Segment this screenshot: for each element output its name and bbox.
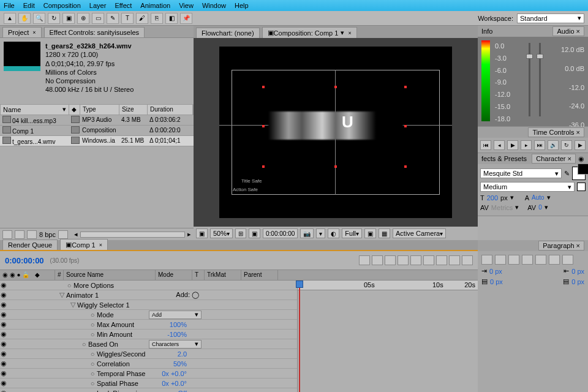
property-value[interactable]: 0x +0.0°	[162, 380, 187, 387]
folder-icon[interactable]	[15, 230, 24, 239]
tl-icon-3[interactable]	[385, 255, 396, 265]
play-button[interactable]: ▶	[507, 140, 518, 150]
ram-preview-button[interactable]: ▶	[575, 140, 586, 150]
tab-project[interactable]: Project×	[2, 27, 42, 37]
menu-view[interactable]: View	[179, 2, 194, 9]
project-scrollbar[interactable]	[80, 232, 185, 238]
col-size[interactable]: Size	[119, 105, 148, 115]
rotate-tool[interactable]: ↻	[48, 13, 60, 24]
tab-character[interactable]: Character ×	[532, 154, 576, 164]
project-row[interactable]: Comp 1CompositionΔ 0:00:20:0	[0, 126, 194, 136]
menu-layer[interactable]: Layer	[89, 2, 107, 9]
tab-time-controls[interactable]: Time Controls ×	[528, 127, 584, 137]
align-left-button[interactable]	[481, 255, 492, 265]
justify-center-button[interactable]	[535, 255, 546, 265]
color-icon[interactable]: ◐	[328, 228, 339, 238]
align-right-button[interactable]	[508, 255, 519, 265]
justify-left-button[interactable]	[522, 255, 533, 265]
project-row[interactable]: 04 kill...ess.mp3MP3 Audio4.3 MBΔ 0:03:0…	[0, 115, 194, 126]
puppet-tool[interactable]: 📌	[180, 13, 192, 24]
tab-audio[interactable]: Audio ×	[552, 26, 584, 36]
trash-icon[interactable]	[58, 230, 68, 239]
prev-frame-button[interactable]: ◂	[494, 140, 505, 150]
menu-window[interactable]: Window	[202, 2, 226, 9]
timeline-track[interactable]: 05s 10s 20s	[297, 281, 478, 392]
timeline-property-row[interactable]: ◉▽Animator 1Add: ◯	[0, 290, 297, 300]
tab-info[interactable]: Info	[481, 28, 492, 35]
timeline-property-row[interactable]: ◉○Lock DimensionsOff	[0, 388, 297, 392]
last-frame-button[interactable]: ⏭	[534, 140, 545, 150]
selection-tool[interactable]: ▲	[4, 13, 16, 24]
tl-icon-4[interactable]	[398, 255, 409, 265]
interp-icon[interactable]	[2, 230, 12, 239]
tab-effect-controls[interactable]: Effect Controls: sanityisuseles	[44, 27, 145, 37]
property-value[interactable]: 100%	[170, 321, 187, 328]
eraser-tool[interactable]: ◧	[165, 13, 178, 24]
channel-icon[interactable]: ▾	[316, 228, 325, 238]
audio-slider-left[interactable]	[529, 43, 530, 116]
col-source[interactable]: Source Name	[64, 270, 156, 280]
timeline-property-row[interactable]: ◉○Spatial Phase0x +0.0°	[0, 379, 297, 388]
eyedropper-icon[interactable]: ✎	[564, 170, 570, 178]
font-style-select[interactable]: Medium▾	[480, 182, 575, 192]
roi-icon[interactable]: ▣	[364, 228, 376, 238]
transparency-icon[interactable]: ▦	[379, 228, 390, 238]
menu-help[interactable]: Help	[235, 2, 249, 9]
tl-icon-2[interactable]	[372, 255, 383, 265]
loop-button[interactable]: ↻	[561, 140, 572, 150]
clone-tool[interactable]: ⎘	[151, 13, 163, 24]
leading-value[interactable]: Auto	[532, 194, 545, 201]
tab-paragraph[interactable]: Paragraph ×	[538, 241, 584, 251]
kerning-value[interactable]: Metrics	[491, 204, 513, 211]
tl-icon-5[interactable]	[410, 255, 421, 265]
indent-left-value[interactable]: 0 px	[489, 268, 502, 275]
space-before-value[interactable]: 0 px	[490, 278, 503, 285]
property-dropdown[interactable]: Characters ▾	[149, 340, 202, 349]
space-after-value[interactable]: 0 px	[571, 278, 584, 285]
timeline-property-row[interactable]: ◉○Wiggles/Second2.0	[0, 349, 297, 359]
timecode-display[interactable]: 0:00:00:00	[263, 228, 298, 238]
playhead[interactable]	[299, 281, 300, 392]
col-label-icon[interactable]: ◆	[69, 105, 80, 115]
project-row[interactable]: t_gears...4.wmvWindows..ia25.1 MBΔ 0;01;…	[0, 136, 194, 146]
timeline-property-row[interactable]: ◉○Max Amount100%	[0, 320, 297, 330]
tab-flowchart[interactable]: Flowchart: (none)	[196, 28, 260, 38]
tab-composition[interactable]: ▣ Composition: Comp 1▾×	[262, 27, 357, 38]
pen-tool[interactable]: ✎	[107, 13, 119, 24]
hand-tool[interactable]: ✋	[18, 13, 31, 24]
brush-tool[interactable]: 🖌	[136, 13, 148, 24]
first-frame-button[interactable]: ⏮	[480, 140, 491, 150]
font-select[interactable]: Mesquite Std▾	[480, 168, 562, 178]
tracking-value[interactable]: 0	[538, 204, 542, 211]
bpc-label[interactable]: 8 bpc	[39, 231, 56, 238]
justify-all-button[interactable]	[562, 255, 573, 265]
next-frame-button[interactable]: ▸	[521, 140, 532, 150]
snapshot-icon[interactable]: 📷	[300, 228, 314, 238]
mask-toggle-icon[interactable]: ▣	[249, 228, 260, 238]
property-value[interactable]: 2.0	[178, 350, 187, 358]
menu-effect[interactable]: Effect	[115, 2, 132, 9]
timeline-property-row[interactable]: ◉○ModeAdd ▾	[0, 310, 297, 320]
timeline-property-row[interactable]: ◉○Based OnCharacters ▾	[0, 339, 297, 349]
fill-swatch[interactable]	[572, 167, 586, 180]
always-preview-icon[interactable]: ▣	[196, 228, 208, 238]
close-icon[interactable]: ×	[348, 30, 351, 36]
tl-icon-8[interactable]	[449, 255, 460, 265]
text-tool[interactable]: T	[121, 13, 134, 24]
col-name[interactable]: Name▾	[1, 105, 69, 115]
timeline-property-row[interactable]: ◉▽Wiggly Selector 1	[0, 300, 297, 310]
property-value[interactable]: Off	[178, 390, 187, 393]
menu-composition[interactable]: Composition	[43, 2, 81, 9]
menu-edit[interactable]: Edit	[23, 2, 35, 9]
menu-file[interactable]: File	[4, 2, 15, 9]
timeline-property-row[interactable]: ◉○Min Amount-100%	[0, 330, 297, 339]
col-duration[interactable]: Duration	[148, 105, 193, 115]
property-value[interactable]: -100%	[167, 331, 187, 338]
justify-right-button[interactable]	[549, 255, 560, 265]
property-value[interactable]: 0x +0.0°	[162, 370, 187, 377]
view-select[interactable]: Active Camera ▾	[393, 228, 446, 238]
tl-icon-1[interactable]	[359, 255, 370, 265]
comp-icon[interactable]	[27, 230, 37, 239]
close-icon[interactable]: ×	[32, 29, 36, 36]
current-time[interactable]: 0:00:00:00	[5, 256, 44, 265]
